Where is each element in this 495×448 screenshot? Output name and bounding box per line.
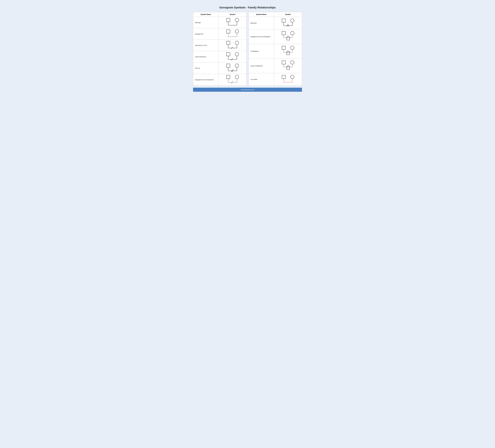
svg-rect-55 (287, 52, 290, 55)
footer-text: www.edrawmax.com (241, 89, 254, 91)
svg-point-36 (290, 19, 294, 22)
svg-rect-5 (227, 30, 230, 33)
svg-rect-22 (227, 64, 230, 67)
engagement-label: Engagement (193, 28, 219, 40)
table-row: Love Affair (248, 73, 302, 86)
engagement-separation-symbol (219, 74, 247, 86)
divorce-label: Divorce (193, 62, 219, 74)
svg-point-64 (290, 75, 294, 79)
love-affair-label: Love Affair (248, 73, 274, 86)
svg-point-30 (235, 75, 239, 79)
legal-separation-symbol (219, 51, 247, 62)
right-header-symbol-name: Symbol Name (248, 12, 274, 17)
svg-point-11 (235, 41, 239, 44)
table-row: Seperation in Fact (193, 40, 247, 51)
right-header-symbol: Symbol (274, 12, 302, 17)
right-table: Symbol Name Symbol Widowed (248, 12, 302, 86)
svg-rect-0 (227, 18, 230, 22)
svg-line-15 (231, 47, 233, 49)
table-row: Engagement (193, 28, 247, 40)
svg-point-6 (235, 30, 239, 33)
table-row: Legal Seperation (193, 51, 247, 62)
left-header-symbol-name: Symbol Name (193, 12, 219, 17)
marriage-label: Marriage (193, 17, 219, 28)
legal-separation-label: Legal Seperation (193, 51, 219, 62)
tables-wrapper: Symbol Name Symbol Marriage (193, 12, 302, 86)
svg-rect-49 (282, 46, 285, 50)
svg-point-50 (290, 46, 294, 50)
love-affair-symbol (274, 73, 302, 86)
svg-line-34 (231, 81, 233, 83)
svg-rect-63 (282, 75, 285, 79)
svg-point-23 (235, 64, 239, 67)
table-row: Marriage (193, 17, 247, 28)
widowed-symbol (274, 17, 302, 29)
divorce-symbol (219, 62, 247, 74)
page-title: Genogram Symbols - Family Relationships (219, 6, 276, 9)
separation-fact-symbol (219, 40, 247, 51)
engagement-cohabitation-label: Engagement and Cohabitation (248, 29, 274, 44)
svg-rect-16 (227, 53, 230, 56)
svg-point-43 (290, 31, 294, 35)
svg-point-17 (235, 52, 239, 56)
table-row: Legal Cohabitation (248, 58, 302, 73)
legal-cohabitation-label: Legal Cohabitation (248, 58, 274, 73)
engagement-symbol (219, 28, 247, 40)
table-row: Cohabitation (248, 44, 302, 58)
svg-rect-10 (227, 41, 230, 44)
marriage-symbol (219, 17, 247, 28)
cohabitation-label: Cohabitation (248, 44, 274, 58)
separation-fact-label: Seperation in Fact (193, 40, 219, 51)
widowed-label: Widowed (248, 17, 274, 29)
svg-rect-56 (282, 61, 285, 64)
table-row: Engagement and Cohabitation (248, 29, 302, 44)
footer-bar: www.edrawmax.com (193, 88, 302, 92)
legal-cohabitation-symbol (274, 58, 302, 73)
svg-rect-29 (227, 75, 230, 79)
svg-point-57 (290, 61, 294, 64)
table-row: Engagement and Seperation (193, 74, 247, 86)
cohabitation-symbol (274, 44, 302, 58)
svg-rect-48 (287, 38, 290, 40)
table-row: Widowed (248, 17, 302, 29)
svg-point-1 (235, 18, 239, 22)
engagement-separation-label: Engagement and Seperation (193, 74, 219, 86)
svg-rect-62 (287, 67, 290, 70)
svg-rect-42 (282, 31, 285, 35)
svg-line-21 (231, 58, 233, 60)
left-table: Symbol Name Symbol Marriage (193, 12, 247, 86)
table-row: Divorce (193, 62, 247, 74)
left-header-symbol: Symbol (219, 12, 247, 17)
engagement-cohabitation-symbol (274, 29, 302, 44)
svg-rect-35 (282, 19, 285, 22)
